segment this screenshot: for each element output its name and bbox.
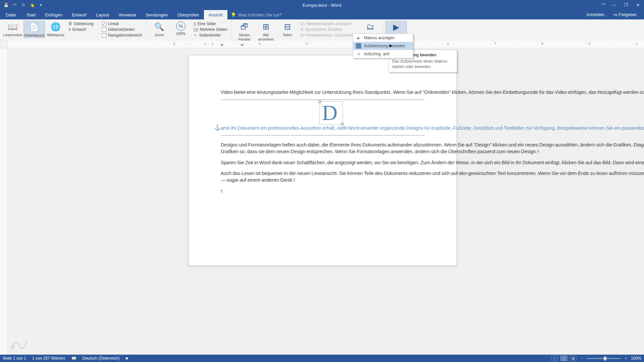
signin-link[interactable]: Anmelden	[582, 12, 608, 17]
hundred-percent-button[interactable]: % 100%	[170, 21, 192, 36]
indent-marker-icon[interactable]	[220, 44, 224, 46]
zoom-level[interactable]: 100%	[631, 356, 641, 361]
macro-recording-icon[interactable]: ■	[125, 356, 128, 361]
macros-icon: ▶	[391, 22, 401, 33]
gridlines-checkbox[interactable]: Gitternetzlinien	[102, 27, 142, 32]
view-macros-item[interactable]: ▶ Makros anzeigen	[353, 34, 413, 42]
tab-review[interactable]: Überprüfen	[173, 10, 204, 19]
stop-icon	[356, 43, 361, 49]
paragraph[interactable]: Video·bietet·eine·leistungsstarke·Möglic…	[221, 89, 425, 96]
checkbox-icon	[102, 33, 106, 38]
pause-recording-item[interactable]: ⏸ Aufzchng. anh	[353, 50, 413, 58]
tab-mailings[interactable]: Sendungen	[141, 10, 173, 19]
horizontal-ruler[interactable]: · 2 · 1 · · 1 · 2 · 3 · 4 · 5 · 6 · 7 · …	[7, 41, 644, 48]
checkbox-icon	[102, 27, 106, 32]
touch-mode-icon[interactable]: 👆	[28, 1, 36, 9]
save-icon[interactable]: 💾	[2, 1, 10, 9]
ribbon-options-icon[interactable]: ▭	[599, 0, 608, 7]
share-icon	[613, 12, 617, 17]
page-layout-button[interactable]: 📄 Seitenlayout	[23, 21, 45, 38]
zoom-icon: 🔍	[154, 21, 165, 32]
paragraph[interactable]: D amit·Ihr·Dokument·ein·professionelles·…	[221, 103, 425, 132]
tell-me-search[interactable]: 💡 Was möchten Sie tun?	[227, 10, 282, 19]
page-width-button[interactable]: ↔Seitenbreite	[194, 33, 227, 38]
paragraph[interactable]: Auch·das·Lesen·ist·bequemer·in·der·neuen…	[221, 170, 425, 184]
paragraph[interactable]	[221, 188, 425, 194]
read-mode-button[interactable]: 📖 Lesemodus	[2, 21, 23, 37]
repeat-icon[interactable]: ↻	[19, 1, 28, 9]
read-view-btn[interactable]: ▭	[551, 356, 558, 361]
web-layout-button[interactable]: 🌐 Weblayout	[45, 21, 66, 37]
document-area[interactable]: Video·bietet·eine·leistungsstarke·Möglic…	[7, 48, 644, 355]
macros-dropdown: ▶ Makros anzeigen Aufzeichnung beenden ⏸…	[353, 34, 413, 58]
side-by-side-icon: ▯▯	[300, 21, 305, 26]
close-button[interactable]: ✕	[632, 0, 644, 10]
zoom-out-button[interactable]: −	[579, 356, 584, 361]
ruler-corner[interactable]	[0, 41, 7, 48]
print-view-btn[interactable]: ▯	[560, 356, 567, 361]
one-page-icon: ▯	[194, 21, 196, 26]
arrange-all-button[interactable]: ⊞ Alle anordnen	[255, 21, 277, 42]
tab-references[interactable]: Verweise	[114, 10, 141, 19]
checkbox-checked-icon: ✓	[102, 22, 106, 26]
pause-icon: ⏸	[356, 51, 361, 57]
indent-marker-icon[interactable]	[240, 44, 244, 46]
language-indicator[interactable]: Deutsch (Österreich)	[83, 356, 120, 361]
zoom-slider[interactable]	[587, 358, 621, 359]
web-view-btn[interactable]: ▦	[570, 356, 577, 361]
tab-design[interactable]: Entwurf	[67, 10, 91, 19]
status-bar: Seite 1 von 1 1 von 257 Wörtern 📖 Deutsc…	[0, 355, 644, 362]
side-by-side-button: ▯▯Nebeneinander anzeigen	[300, 21, 358, 26]
stop-recording-item[interactable]: Aufzeichnung beenden	[353, 42, 413, 50]
vertical-ruler[interactable]	[0, 48, 7, 355]
new-window-button[interactable]: 🗗 Neues Fenster	[234, 21, 255, 42]
tab-insert[interactable]: Einfügen	[41, 10, 67, 19]
ribbon-tabs: Datei Start Einfügen Entwurf Layout Verw…	[0, 10, 644, 19]
page-width-icon: ↔	[194, 33, 198, 38]
navpane-checkbox[interactable]: Navigationsbereich	[102, 33, 142, 38]
switch-windows-icon: 🗂	[365, 21, 376, 32]
zoom-button[interactable]: 🔍 Zoom	[149, 21, 170, 37]
multi-pages-button[interactable]: ▯▯Mehrere Seiten	[194, 27, 227, 32]
quick-access-toolbar: 💾 ↶ ↻ 👆 ▾	[0, 1, 45, 9]
tab-file[interactable]: Datei	[1, 10, 20, 19]
zoom-in-button[interactable]: +	[623, 356, 628, 361]
paragraph[interactable]: Designs·und·Formatvorlagen·helfen·auch·d…	[221, 141, 425, 155]
page-layout-icon: 📄	[29, 22, 40, 33]
outline-icon: ☰	[68, 21, 72, 26]
reset-pos-icon: ⊡	[300, 33, 304, 38]
document-page[interactable]: Video·bietet·eine·leistungsstarke·Möglic…	[189, 55, 457, 266]
anchor-icon[interactable]: ⚓	[214, 124, 221, 131]
minimize-button[interactable]: —	[608, 0, 620, 10]
spellcheck-icon[interactable]: 📖	[71, 356, 76, 361]
tab-view[interactable]: Ansicht	[204, 10, 228, 19]
web-layout-icon: 🌐	[50, 21, 61, 32]
page-indicator[interactable]: Seite 1 von 1	[3, 356, 26, 361]
watermark-icon	[7, 333, 31, 353]
tell-me-placeholder: Was möchten Sie tun?	[238, 12, 282, 17]
paragraph[interactable]: Sparen·Sie·Zeit·in·Word·dank·neuer·Schal…	[221, 159, 425, 166]
sync-scroll-icon: ⇅	[300, 27, 304, 32]
split-button[interactable]: ⊟ Teilen	[277, 21, 298, 37]
read-mode-icon: 📖	[7, 21, 18, 32]
new-window-icon: 🗗	[239, 21, 250, 32]
selection-handles[interactable]	[319, 101, 343, 125]
window-title: Europa.docx - Word	[303, 3, 341, 8]
dropcap-block[interactable]: D amit·Ihr·Dokument·ein·professionelles·…	[221, 100, 425, 135]
split-icon: ⊟	[282, 21, 293, 32]
ruler-checkbox[interactable]: ✓Lineal	[102, 21, 142, 26]
draft-icon: ≡	[68, 27, 71, 32]
undo-icon[interactable]: ↶	[11, 1, 19, 9]
outline-button[interactable]: ☰Gliederung	[68, 21, 94, 26]
bulb-icon: 💡	[231, 12, 236, 17]
draft-button[interactable]: ≡Entwurf	[68, 27, 94, 32]
hundred-icon: %	[176, 21, 185, 31]
reset-position-button: ⊡Fensterposition zurücksetzen	[300, 33, 358, 38]
tab-start[interactable]: Start	[22, 10, 40, 19]
one-page-button[interactable]: ▯Eine Seite	[194, 21, 227, 26]
qat-customize-icon[interactable]: ▾	[37, 1, 45, 9]
tab-layout[interactable]: Layout	[91, 10, 114, 19]
maximize-button[interactable]: ❐	[620, 0, 632, 10]
share-button[interactable]: Freigeben	[609, 12, 641, 17]
word-count[interactable]: 1 von 257 Wörtern	[32, 356, 65, 361]
